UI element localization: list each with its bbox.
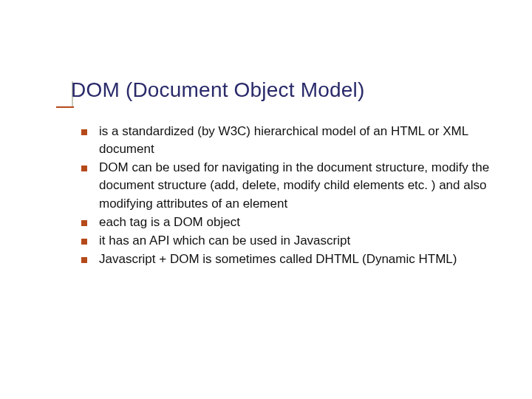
square-bullet-icon bbox=[81, 166, 87, 171]
square-bullet-icon bbox=[81, 257, 87, 263]
bullet-text: it has an API which can be used in Javas… bbox=[99, 232, 502, 250]
title-block: DOM (Document Object Model) bbox=[71, 78, 502, 102]
bullet-text: Javascript + DOM is sometimes called DHT… bbox=[99, 250, 502, 268]
list-item: Javascript + DOM is sometimes called DHT… bbox=[81, 250, 502, 268]
bullet-list: is a standardized (by W3C) hierarchical … bbox=[81, 123, 502, 268]
title-accent-horizontal bbox=[56, 106, 74, 108]
list-item: each tag is a DOM object bbox=[81, 214, 502, 231]
list-item: DOM can be used for navigating in the do… bbox=[81, 159, 502, 212]
square-bullet-icon bbox=[81, 129, 87, 135]
slide: DOM (Document Object Model) is a standar… bbox=[0, 0, 532, 399]
bullet-text: is a standardized (by W3C) hierarchical … bbox=[99, 123, 502, 158]
bullet-text: DOM can be used for navigating in the do… bbox=[99, 159, 502, 212]
list-item: is a standardized (by W3C) hierarchical … bbox=[81, 123, 502, 158]
slide-title: DOM (Document Object Model) bbox=[71, 78, 502, 102]
square-bullet-icon bbox=[81, 239, 87, 245]
square-bullet-icon bbox=[81, 220, 87, 226]
bullet-text: each tag is a DOM object bbox=[99, 214, 502, 231]
slide-body: is a standardized (by W3C) hierarchical … bbox=[81, 123, 502, 269]
list-item: it has an API which can be used in Javas… bbox=[81, 232, 502, 250]
